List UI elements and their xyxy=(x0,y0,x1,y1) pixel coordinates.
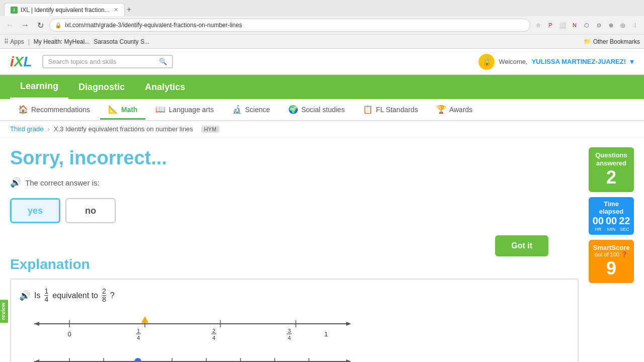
menu-icon[interactable]: ⋮ xyxy=(630,20,640,30)
science-icon: 🔬 xyxy=(232,105,242,114)
bookmarks-bar: ⠿ Apps | My Health: MyHeal... Sarasota C… xyxy=(0,34,644,48)
back-button[interactable]: ← xyxy=(4,19,16,31)
result-heading: Sorry, incorrect... xyxy=(10,147,579,169)
star-icon[interactable]: ☆ xyxy=(533,20,543,30)
explanation-heading: Explanation xyxy=(10,256,579,273)
dropdown-arrow[interactable]: ▾ xyxy=(630,57,634,66)
awards-icon: 🏆 xyxy=(436,105,446,114)
time-min-label: MIN xyxy=(607,227,616,232)
svg-marker-20 xyxy=(346,359,351,362)
tab-close-button[interactable]: ✕ xyxy=(114,7,118,13)
fraction-1-denominator: 4 xyxy=(44,296,48,303)
content-area: Sorry, incorrect... 🔊 The correct answer… xyxy=(10,147,579,362)
apps-button[interactable]: ⠿ Apps xyxy=(4,38,24,45)
smartscore-widget: SmartScore out of 100 ❓ 9 xyxy=(589,240,634,283)
ixl-app: i X L Search topics and skills 🔍 🔒 Welco… xyxy=(0,49,644,362)
tab-title: IXL | Identify equivalent fraction... xyxy=(21,7,110,14)
lock-icon: 🔒 xyxy=(55,22,62,29)
svg-text:4: 4 xyxy=(212,335,215,341)
pocket-icon[interactable]: ⬜ xyxy=(557,20,568,30)
language-arts-icon: 📖 xyxy=(155,105,166,114)
answer-yes-button[interactable]: yes xyxy=(10,198,60,223)
tab-recommendations-label: Recommendations xyxy=(31,106,90,114)
number-line-eighths: 0 1 8 2 8 3 8 4 8 5 xyxy=(19,351,570,362)
svg-text:4: 4 xyxy=(137,335,140,341)
pinterest-icon[interactable]: P xyxy=(545,20,555,30)
svg-text:1: 1 xyxy=(324,330,328,338)
time-sec: 22 SEC xyxy=(619,215,630,232)
tab-social-studies[interactable]: 🌍 Social studies xyxy=(280,101,353,120)
other-bookmarks[interactable]: 📁 Other Bookmarks xyxy=(584,38,640,45)
welcome-text: Welcome, xyxy=(499,58,528,65)
subject-tabs: 🏠 Recommendations 📐 Math 📖 Language arts… xyxy=(0,99,644,121)
svg-text:4: 4 xyxy=(288,335,291,341)
number-line-2-svg: 0 1 8 2 8 3 8 4 8 5 xyxy=(19,351,361,362)
tab-fl-standards-label: FL Standards xyxy=(376,106,418,114)
question-text: Is xyxy=(34,291,40,300)
svg-text:0: 0 xyxy=(67,330,71,338)
address-bar[interactable]: 🔒 ixl.com/math/grade-3/identify-equivale… xyxy=(49,19,530,32)
fraction-1: 1 4 xyxy=(44,288,48,304)
nav-learning[interactable]: Learning xyxy=(10,75,68,99)
tab-recommendations[interactable]: 🏠 Recommendations xyxy=(10,101,98,120)
search-bar[interactable]: Search topics and skills 🔍 xyxy=(42,55,173,68)
bookmark-sarasota[interactable]: Sarasota County S... xyxy=(94,38,149,45)
tab-math[interactable]: 📐 Math xyxy=(100,101,146,120)
svg-marker-2 xyxy=(34,322,39,326)
speaker-icon[interactable]: 🔊 xyxy=(10,177,21,188)
svg-point-53 xyxy=(134,358,141,362)
tab-awards[interactable]: 🏆 Awards xyxy=(428,101,480,120)
username[interactable]: YULISSA MARTINEZ-JUAREZ! xyxy=(532,58,626,65)
browser-icons: ☆ P ⬜ N ⬡ ⊙ ⊕ ◎ ⋮ xyxy=(533,20,640,30)
questions-answered-widget: Questions answered 2 xyxy=(589,147,634,192)
social-studies-icon: 🌍 xyxy=(288,105,298,114)
tab-language-arts[interactable]: 📖 Language arts xyxy=(147,101,222,120)
tab-science[interactable]: 🔬 Science xyxy=(224,101,278,120)
tab-favicon: i xyxy=(11,7,18,14)
logo-x: X xyxy=(14,54,24,70)
user-info: 🔒 Welcome, YULISSA MARTINEZ-JUAREZ! ▾ xyxy=(478,54,634,70)
tab-fl-standards[interactable]: 📋 FL Standards xyxy=(355,101,426,120)
time-hr: 00 HR xyxy=(593,215,604,232)
nav-analytics[interactable]: Analytics xyxy=(135,76,195,99)
question-line: 🔊 Is 1 4 equivalent to 2 8 ? xyxy=(19,288,570,304)
ixl-header: i X L Search topics and skills 🔍 🔒 Welco… xyxy=(0,49,644,75)
tab-math-label: Math xyxy=(121,106,138,114)
time-elapsed-label: Time elapsed xyxy=(592,200,631,215)
forward-button[interactable]: → xyxy=(19,19,31,31)
time-elapsed-widget: Time elapsed 00 HR 00 MIN 22 SEC xyxy=(589,197,634,235)
help-icon[interactable]: ❓ xyxy=(621,251,628,257)
svg-marker-1 xyxy=(346,322,351,326)
nav-diagnostic[interactable]: Diagnostic xyxy=(68,76,135,99)
ixl-logo[interactable]: i X L xyxy=(10,54,32,70)
ext3-icon[interactable]: ⊕ xyxy=(606,20,616,30)
url-text: ixl.com/math/grade-3/identify-equivalent… xyxy=(65,22,525,29)
fraction-1-numerator: 1 xyxy=(44,288,48,295)
fraction-2: 2 8 xyxy=(102,288,106,304)
explanation-speaker-icon[interactable]: 🔊 xyxy=(19,290,30,301)
review-tab[interactable]: review xyxy=(0,300,8,323)
breadcrumb-separator: › xyxy=(47,125,49,133)
time-min-value: 00 xyxy=(606,215,617,227)
new-tab-button[interactable]: + xyxy=(127,5,131,14)
breadcrumb-code: HYM xyxy=(201,126,219,133)
address-bar-row: ← → ↻ 🔒 ixl.com/math/grade-3/identify-eq… xyxy=(0,16,644,34)
bookmark-myhealth[interactable]: My Health: MyHeal... xyxy=(34,38,90,45)
logo-l: L xyxy=(23,54,32,70)
refresh-button[interactable]: ↻ xyxy=(34,19,46,31)
question-end: ? xyxy=(110,291,115,300)
explanation-box: review 🔊 Is 1 4 equivalent to 2 8 xyxy=(10,279,579,362)
tab-social-studies-label: Social studies xyxy=(301,106,345,114)
breadcrumb-grade[interactable]: Third grade xyxy=(10,125,43,133)
ext2-icon[interactable]: ⊙ xyxy=(594,20,604,30)
ext4-icon[interactable]: ◎ xyxy=(618,20,628,30)
questions-answered-count: 2 xyxy=(593,167,630,188)
ext1-icon[interactable]: ⬡ xyxy=(582,20,592,30)
active-tab[interactable]: i IXL | Identify equivalent fraction... … xyxy=(4,3,125,16)
got-it-button[interactable]: Got it xyxy=(495,235,548,256)
tab-awards-label: Awards xyxy=(449,106,472,114)
correct-answer-label: The correct answer is: xyxy=(25,178,100,187)
tab-language-arts-label: Language arts xyxy=(169,106,214,114)
answer-no-button[interactable]: no xyxy=(65,198,116,223)
onenote-icon[interactable]: N xyxy=(570,20,580,30)
